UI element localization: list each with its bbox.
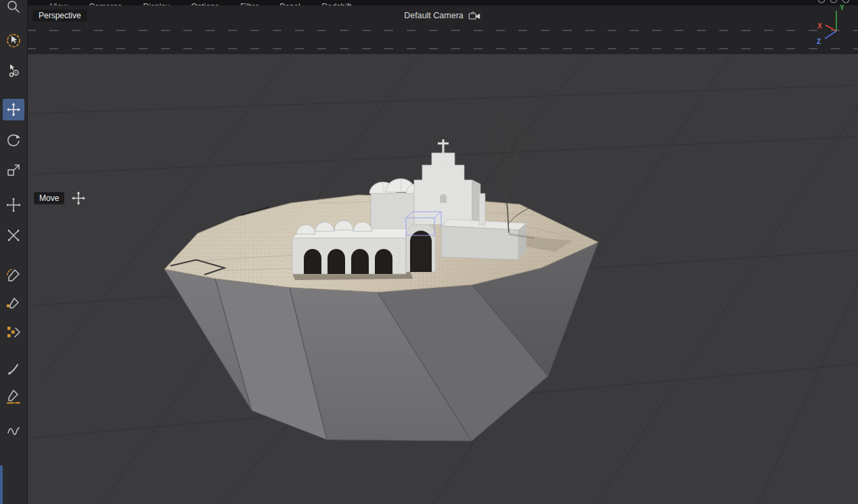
sculpt-tool[interactable] xyxy=(3,265,24,286)
header-buttons-cut[interactable] xyxy=(818,0,849,3)
application-window: Move View Cameras Display Options Filter… xyxy=(0,0,858,504)
scale-tool[interactable] xyxy=(3,160,24,181)
tool-palette xyxy=(0,0,28,504)
z-axis-label: Z xyxy=(817,38,821,45)
menu-cameras[interactable]: Cameras xyxy=(89,2,122,5)
line-pen-tool[interactable] xyxy=(3,386,24,407)
tool-tooltip: Move xyxy=(34,190,87,206)
camera-icon[interactable] xyxy=(468,12,481,20)
live-selection-icon xyxy=(5,32,22,49)
move-cursor-icon xyxy=(70,190,87,206)
sculpt-pen-icon xyxy=(5,267,22,283)
viewport-menubar: View Cameras Display Options Filter Pane… xyxy=(50,0,369,5)
rotate-icon xyxy=(5,132,22,148)
camera-name: Default Camera xyxy=(404,11,464,20)
pen-tool[interactable] xyxy=(3,292,24,314)
axis-move-icon xyxy=(5,197,22,213)
menu-panel[interactable]: Panel xyxy=(279,2,300,5)
viewport-3d[interactable] xyxy=(0,0,858,504)
x-axis-label: X xyxy=(817,22,822,30)
viewport-header: View Cameras Display Options Filter Pane… xyxy=(27,0,858,54)
polygon-pen-icon xyxy=(5,324,22,340)
cursor-gears-icon xyxy=(5,62,22,78)
view-label: Perspective xyxy=(32,9,87,22)
menu-display[interactable]: Display xyxy=(143,2,169,5)
place-tool[interactable] xyxy=(3,225,24,246)
z-axis-line xyxy=(825,31,836,39)
rotate-tool[interactable] xyxy=(3,129,24,151)
scale-icon xyxy=(5,162,22,179)
brush-tool[interactable] xyxy=(3,358,24,380)
zoom-tool[interactable] xyxy=(3,0,24,18)
scatter-arrows-icon xyxy=(5,227,22,244)
move-tool[interactable] xyxy=(3,99,24,120)
axis-move-tool[interactable] xyxy=(3,194,24,216)
x-axis-line xyxy=(826,25,836,31)
magnifier-icon xyxy=(5,0,22,15)
pen-underline-icon xyxy=(5,388,22,405)
y-axis-label: Y xyxy=(840,4,844,12)
menu-filter[interactable]: Filter xyxy=(240,2,258,5)
safe-frame-dashes xyxy=(27,48,858,49)
polygon-pen-tool[interactable] xyxy=(3,321,24,343)
panel-edge-accent xyxy=(0,465,3,504)
camera-label: Default Camera xyxy=(404,11,481,20)
tweak-tool[interactable] xyxy=(3,60,24,81)
spline-squiggle-icon xyxy=(5,423,22,439)
brush-icon xyxy=(5,361,22,377)
safe-frame-dashes xyxy=(27,30,858,31)
move-icon xyxy=(5,101,22,118)
spline-sketch-tool[interactable] xyxy=(3,420,24,442)
menu-redshift[interactable]: Redshift xyxy=(321,2,351,5)
axis-gizmo: Y X Z xyxy=(809,0,857,47)
pen-square-icon xyxy=(5,295,22,311)
live-selection-tool[interactable] xyxy=(3,30,24,51)
menu-view[interactable]: View xyxy=(50,2,68,5)
menu-options[interactable]: Options xyxy=(191,2,219,5)
tooltip-label: Move xyxy=(34,192,64,204)
